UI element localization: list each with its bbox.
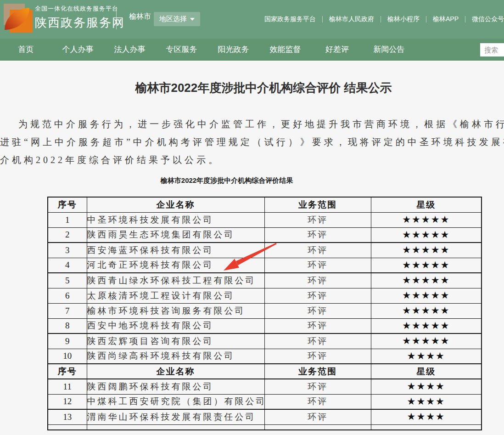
col-header-name: 企业名称 xyxy=(87,197,264,212)
search-input[interactable] xyxy=(480,43,504,56)
site-logo-icon xyxy=(4,4,33,33)
star-rating: ★★★★★ xyxy=(371,243,482,258)
row-no: 2 xyxy=(48,227,87,243)
star-rating: ★★★★ xyxy=(371,379,482,394)
platform-tagline: 全国一体化在线政务服务平台 xyxy=(35,5,125,13)
company-name: 陕西青山绿水环保科技工程有限公司 xyxy=(87,273,264,288)
star-rating: ★★★★ xyxy=(371,349,482,364)
link-separator xyxy=(426,16,426,23)
table-row: 5 陕西青山绿水环保科技工程有限公司 环评 ★★★★★ xyxy=(48,273,482,288)
table-row: 11 陕西阔鹏环保科技有限公司 环评 ★★★★ xyxy=(48,379,482,394)
table-row: 10 陕西尚绿高科环境科技有限公司 环评 ★★★★ xyxy=(48,349,482,364)
business-scope: 环评 xyxy=(264,227,371,243)
link-separator xyxy=(322,16,323,23)
star-rating: ★★★★★ xyxy=(371,258,482,273)
nav-item-transparency[interactable]: 阳光政务 xyxy=(207,39,259,61)
row-no: 4 xyxy=(48,258,87,273)
company-name: 陕西阔鹏环保科技有限公司 xyxy=(87,379,264,394)
row-no: 13 xyxy=(48,409,87,424)
star-rating: ★★★★★ xyxy=(371,273,482,288)
link-national-platform[interactable]: 国家政务服务平台 xyxy=(264,15,316,23)
table-header-row-repeat: 序号 企业名称 业务范围 星级 xyxy=(48,364,482,379)
nav-item-zones[interactable]: 专区服务 xyxy=(156,39,207,61)
region-selector-button[interactable]: 地区选择 xyxy=(154,12,200,26)
announcement-document: 榆林市2022年度涉批中介机构综合评价 结果公示 为规范中介服务行为，进一步强化… xyxy=(0,80,504,430)
row-no: 1 xyxy=(48,212,87,227)
body-line: 介机构2022年度综合评价结果予以公示。 xyxy=(0,151,504,169)
business-scope: 环评 xyxy=(264,318,371,333)
table-row: 7 榆林市环境科技咨询服务有限公司 环评 ★★★★★ xyxy=(48,303,482,318)
company-name: 中煤科工西安研究院（集团）有限公司 xyxy=(87,394,264,409)
nav-item-rating[interactable]: 好差评 xyxy=(311,39,363,61)
company-name: 渭南华山环保科技发展有限责任公司 xyxy=(87,409,264,424)
row-no: 3 xyxy=(48,243,87,258)
business-scope: 环评 xyxy=(264,273,371,288)
nav-item-home[interactable]: 首页 xyxy=(0,39,52,61)
row-no: 6 xyxy=(48,288,87,303)
site-header: 全国一体化在线政务服务平台 陕西政务服务网 榆林市 地区选择 国家政务服务平台 … xyxy=(0,0,504,39)
table-row: 8 西安中地环境科技有限公司 环评 ★★★★★ xyxy=(48,318,482,333)
star-rating: ★★★★ xyxy=(371,409,482,424)
table-row: 4 河北奇正环境科技有限公司 环评 ★★★★★ xyxy=(48,258,482,273)
row-no: 10 xyxy=(48,349,87,364)
link-city-government[interactable]: 榆林市人民政府 xyxy=(329,15,374,23)
company-name: 太原核清环境工程设计有限公司 xyxy=(87,288,264,303)
col-header-scope: 业务范围 xyxy=(264,197,371,212)
nav-item-corporate[interactable]: 法人办事 xyxy=(104,39,156,61)
link-wechat-official[interactable]: 微信公众号 xyxy=(472,15,504,23)
col-header-scope: 业务范围 xyxy=(264,364,371,379)
table-row: 9 陕西宏辉项目咨询有限公司 环评 ★★★★★ xyxy=(48,333,482,349)
announcement-body: 为规范中介服务行为，进一步强化中介监管工作，更好地提升我市营商环境，根据《榆林市… xyxy=(0,115,504,169)
brand-block: 全国一体化在线政务服务平台 陕西政务服务网 xyxy=(35,5,125,31)
link-separator xyxy=(381,16,381,23)
row-no: 9 xyxy=(48,333,87,349)
company-name: 陕西雨昊生态环境集团有限公司 xyxy=(87,227,264,243)
business-scope: 环评 xyxy=(264,303,371,318)
link-separator xyxy=(465,16,465,23)
current-city-label: 榆林市 xyxy=(129,12,151,22)
business-scope: 环评 xyxy=(264,258,371,273)
site-name: 陕西政务服务网 xyxy=(35,15,125,31)
table-row: 13 渭南华山环保科技发展有限责任公司 环评 ★★★★ xyxy=(48,409,482,424)
star-rating: ★★★★ xyxy=(371,394,482,409)
business-scope: 环评 xyxy=(264,409,371,424)
col-header-stars: 星级 xyxy=(371,364,482,379)
company-name: 中圣环境科技发展有限公司 xyxy=(87,212,264,227)
company-name: 榆林市环境科技咨询服务有限公司 xyxy=(87,303,264,318)
star-rating: ★★★★★ xyxy=(371,227,482,243)
table-caption: 榆林市2022年度涉批中介机构综合评价结果 xyxy=(0,175,479,186)
row-no: 12 xyxy=(48,394,87,409)
region-selector-label: 地区选择 xyxy=(159,15,187,23)
business-scope: 环评 xyxy=(264,333,371,349)
star-rating: ★★★★★ xyxy=(371,318,482,333)
main-nav: 首页 个人办事 法人办事 专区服务 阳光政务 效能监督 好差评 新闻公告 xyxy=(0,39,504,61)
link-mini-program[interactable]: 榆林小程序 xyxy=(387,15,420,23)
body-line: 为规范中介服务行为，进一步强化中介监管工作，更好地提升我市营商环境，根据《榆林市… xyxy=(0,115,504,133)
star-rating: ★★★★★ xyxy=(371,288,482,303)
business-scope: 环评 xyxy=(264,349,371,364)
business-scope: 环评 xyxy=(264,212,371,227)
nav-item-personal[interactable]: 个人办事 xyxy=(52,39,104,61)
table-header-row: 序号 企业名称 业务范围 星级 xyxy=(48,197,482,212)
company-name: 西安海蓝环保科技有限公司 xyxy=(87,243,264,258)
company-name: 河北奇正环境科技有限公司 xyxy=(87,258,264,273)
company-name: 西安中地环境科技有限公司 xyxy=(87,318,264,333)
table-row: 2 陕西雨昊生态环境集团有限公司 环评 ★★★★★ xyxy=(48,227,482,243)
business-scope: 环评 xyxy=(264,288,371,303)
row-no: 5 xyxy=(48,273,87,288)
col-header-no: 序号 xyxy=(48,197,87,212)
row-no: 8 xyxy=(48,318,87,333)
col-header-no: 序号 xyxy=(48,364,87,379)
nav-item-supervision[interactable]: 效能监督 xyxy=(259,39,311,61)
table-row: 6 太原核清环境工程设计有限公司 环评 ★★★★★ xyxy=(48,288,482,303)
evaluation-results-table: 序号 企业名称 业务范围 星级 1 中圣环境科技发展有限公司 环评 ★★★★★ … xyxy=(47,197,482,430)
star-rating: ★★★★★ xyxy=(371,303,482,318)
nav-item-news[interactable]: 新闻公告 xyxy=(363,39,415,61)
table-row-partial xyxy=(48,424,482,430)
header-links: 国家政务服务平台 榆林市人民政府 榆林小程序 榆林APP 微信公众号 注册 xyxy=(264,0,504,39)
company-name: 陕西尚绿高科环境科技有限公司 xyxy=(87,349,264,364)
body-line: 进驻“网上中介服务超市”中介机构考评管理规定（试行）》要求，现将评定的中圣环境科… xyxy=(0,133,504,151)
header-divider xyxy=(116,9,117,29)
col-header-stars: 星级 xyxy=(371,197,482,212)
link-city-app[interactable]: 榆林APP xyxy=(433,15,459,23)
